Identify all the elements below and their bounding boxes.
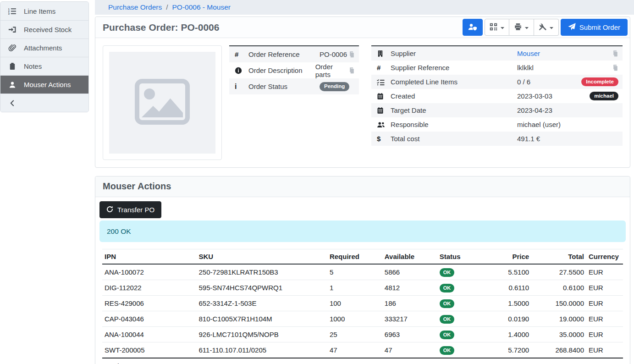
detail-row: Responsible michael (user) [371,117,623,132]
info-icon: i [235,83,248,90]
rotate-icon [106,206,113,214]
order-actions-menu-button[interactable] [534,19,559,36]
breadcrumb: Purchase Orders / PO-0006 - Mouser [95,0,634,15]
sidebar-collapse[interactable] [0,94,88,112]
order-details-table: # Order Reference PO-0006 Order Descript… [229,45,359,94]
copy-icon[interactable] [348,67,355,74]
parts-table-header: IPNSKURequiredAvailableStatusPriceTotalC… [102,249,623,265]
caret-down-icon [524,26,529,30]
cell-status: OK [437,296,487,311]
cell-ipn: SWT-200005 [102,342,197,358]
dollar-icon: $ [377,135,391,142]
cell-required: 1 [327,280,382,296]
sidebar-item-label: Line Items [24,7,55,15]
mouser-actions-panel: Mouser Actions Transfer PO 200 OK IPNSKU… [95,176,630,364]
cell-available: 6963 [382,327,437,342]
image-icon [135,79,190,127]
cell-required: 1000 [327,311,382,327]
michael-badge: michael [590,92,618,101]
parts-row-CAP-043046: CAP-043046810-C1005X7R1H104M1000333217OK… [102,311,623,327]
detail-label: Supplier [391,50,517,57]
cell-ipn: CAP-043046 [102,311,197,327]
cell-status: OK [437,280,487,296]
submit-order-button[interactable]: Submit Order [561,19,628,36]
detail-label: Responsible [391,121,517,128]
detail-row: Supplier Mouser [371,46,623,61]
copy-icon[interactable] [612,64,618,72]
calendar-icon [377,93,391,100]
detail-row: $ Total cost 491.1 € [371,132,623,146]
cell-total: 268.8400 [531,342,586,358]
col-header-sku: SKU [197,249,327,265]
col-header-ipn: IPN [102,249,197,265]
supplier-link[interactable]: Mouser [517,50,540,57]
col-header-price: Price [487,249,531,265]
transfer-po-label: Transfer PO [117,206,154,214]
detail-label: Total cost [391,135,517,143]
cell-ipn: ANA-100044 [102,327,197,342]
detail-value: 0 / 6 [517,78,530,86]
cell-available: 333217 [382,311,437,327]
sidebar-item-received-stock[interactable]: Received Stock [0,20,88,39]
sidebar-item-notes[interactable]: Notes [0,57,88,75]
col-header-available: Available [382,249,437,265]
detail-label: Created [391,92,517,100]
barcode-menu-button[interactable] [485,19,509,36]
paperclip-icon [6,44,18,52]
detail-row: Created 2023-03-03 michael [371,89,623,103]
detail-row: Order Description Order parts [229,62,359,78]
list-check-icon [377,78,391,86]
grand-total-value: 501.0000 [531,358,586,364]
cell-required: 25 [327,327,382,342]
cell-price: 5.5100 [487,264,531,280]
copy-icon[interactable] [612,50,618,57]
detail-row: i Order Status Pending [229,78,359,94]
detail-row: Completed Line Items 0 / 6 Incomplete [371,75,623,89]
parts-row-SWT-200005: SWT-200005611-110.107.011/02054747OK5.72… [102,342,623,358]
cell-total: 19.0000 [531,311,586,327]
incomplete-badge: Incomplete [581,77,618,87]
detail-label: Supplier Reference [391,64,517,72]
breadcrumb-link-purchase-orders[interactable]: Purchase Orders [108,3,162,11]
cell-available: 5866 [382,264,437,280]
building-icon [377,50,391,57]
user-icon [6,81,18,88]
cell-available: 4812 [382,280,437,296]
sidebar-item-line-items[interactable]: 123 Line Items [0,2,88,20]
svg-text:3: 3 [8,12,10,15]
cell-required: 47 [327,342,382,358]
empty-row [371,146,623,154]
cell-sku: 250-72981KLRATR150B3 [197,264,327,280]
print-menu-button[interactable] [509,19,534,36]
sidebar-item-mouser-actions[interactable]: Mouser Actions [0,75,88,94]
parts-row-ANA-100072: ANA-100072250-72981KLRATR150B355866OK5.5… [102,264,623,280]
cell-sku: 810-C1005X7R1H104M [197,311,327,327]
sidebar: 123 Line Items Received Stock Attachment… [0,1,89,112]
cell-ipn: ANA-100072 [102,264,197,280]
parts-row-ANA-100044: ANA-100044926-LMC7101QM5/NOPB256963OK1.4… [102,327,623,342]
sidebar-item-attachments[interactable]: Attachments [0,39,88,57]
cell-sku: 926-LMC7101QM5/NOPB [197,327,327,342]
order-image-card[interactable] [103,45,222,160]
caret-down-icon [549,26,554,30]
cell-price: 1.4000 [487,327,531,342]
status-ok-badge: OK [440,299,455,308]
cell-total: 27.5500 [531,264,586,280]
detail-label: Completed Line Items [391,78,517,86]
copy-icon[interactable] [348,51,355,58]
parts-row-RES-429006: RES-429006652-3314Z-1-503E100186OK1.5000… [102,296,623,311]
user-permissions-button[interactable] [463,19,483,36]
breadcrumb-link-po[interactable]: PO-0006 - Mouser [172,3,231,11]
cell-sku: 595-SN74HCS74QPWRQ1 [197,280,327,296]
cell-sku: 611-110.107.011/0205 [197,342,327,358]
list-ol-icon: 123 [6,7,18,15]
hash-icon: # [235,51,248,58]
cell-total: 0.6100 [531,280,586,296]
cell-status: OK [437,264,487,280]
cell-ipn: DIG-112022 [102,280,197,296]
transfer-po-button[interactable]: Transfer PO [99,201,161,218]
cell-price: 5.7200 [487,342,531,358]
supplier-details-table: Supplier Mouser # Supplier Reference lkl… [371,45,623,154]
detail-value: Pending [320,82,349,91]
cell-status: OK [437,327,487,342]
